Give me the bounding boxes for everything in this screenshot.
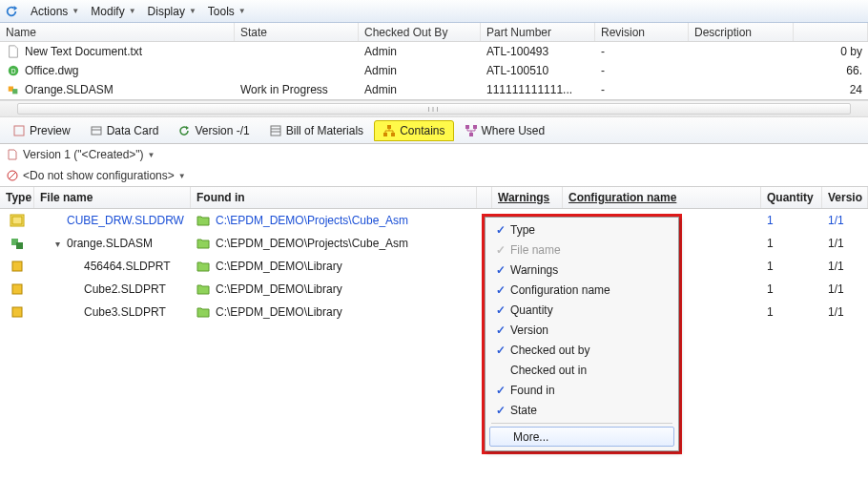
check-icon: ✓ <box>491 384 510 397</box>
context-menu-label: State <box>510 404 537 417</box>
context-menu-item[interactable]: ✓Version <box>487 320 676 340</box>
horizontal-scrollbar[interactable]: ııı <box>0 100 868 117</box>
svg-rect-31 <box>12 284 22 294</box>
quantity-cell: 1 <box>761 255 822 278</box>
context-menu-item[interactable]: ✓Checked out by <box>487 340 676 360</box>
col2-config[interactable]: Configuration name <box>563 187 761 208</box>
col-checked-out[interactable]: Checked Out By <box>359 23 481 41</box>
svg-rect-11 <box>383 133 387 136</box>
text-file-icon <box>6 44 21 59</box>
check-icon: ✓ <box>491 283 510 297</box>
col-description[interactable]: Description <box>689 23 794 41</box>
menu-display[interactable]: Display▼ <box>142 0 202 22</box>
preview-icon <box>12 124 26 137</box>
context-menu-label: Warnings <box>510 263 558 277</box>
col-state[interactable]: State <box>235 23 359 41</box>
tab-bom[interactable]: Bill of Materials <box>260 120 372 141</box>
quantity-cell: 1 <box>761 278 822 301</box>
bom-icon <box>269 124 282 137</box>
context-menu-item[interactable]: ✓Configuration name <box>487 280 676 300</box>
col-name[interactable]: Name <box>0 23 235 41</box>
contains-row[interactable]: ▾0range.SLDASMC:\EPDM_DEMO\Projects\Cube… <box>0 232 868 255</box>
file-grid-header[interactable]: Name State Checked Out By Part Number Re… <box>0 23 868 42</box>
context-menu-label: Checked out in <box>510 364 587 377</box>
context-menu-item[interactable]: ✓Found in <box>487 380 676 400</box>
check-icon: ✓ <box>491 324 510 337</box>
menu-modify[interactable]: Modify▼ <box>85 0 141 22</box>
version-cell: 1/1 <box>822 301 868 324</box>
col2-qty[interactable]: Quantity <box>761 187 822 208</box>
file-type-icon <box>9 258 26 275</box>
card-icon <box>90 124 103 137</box>
doc-icon <box>6 148 19 161</box>
context-menu-item[interactable]: ✓Warnings <box>487 260 676 280</box>
col2-type[interactable]: Type <box>0 187 34 208</box>
svg-rect-19 <box>473 125 477 129</box>
file-type-icon <box>9 281 26 298</box>
menu-actions[interactable]: Actions▼ <box>25 0 85 22</box>
check-icon: ✓ <box>491 303 510 317</box>
file-row[interactable]: Orange.SLDASM Work in Progress Admin 111… <box>0 80 868 99</box>
tree-toggle-icon[interactable]: ▾ <box>55 239 65 249</box>
refresh-icon[interactable] <box>4 4 19 19</box>
svg-rect-29 <box>16 242 23 249</box>
folder-icon <box>196 306 210 318</box>
col2-file[interactable]: File name <box>34 187 191 208</box>
tab-contains[interactable]: Contains <box>374 120 453 141</box>
quantity-cell: 1 <box>761 301 822 324</box>
svg-rect-3 <box>12 89 17 94</box>
file-name-cell: Cube2.SLDPRT <box>84 282 166 296</box>
file-name: Office.dwg <box>25 64 78 77</box>
app-window: Actions▼ Modify▼ Display▼ Tools▼ Name St… <box>0 0 868 501</box>
tab-where-used[interactable]: Where Used <box>456 120 554 141</box>
folder-icon <box>196 261 210 272</box>
config-dropdown[interactable]: <Do not show configurations> ▼ <box>0 165 868 186</box>
check-icon: ✓ <box>491 263 510 277</box>
version-dropdown[interactable]: Version 1 ("<Created>") ▼ <box>0 144 868 165</box>
menu-tools[interactable]: Tools▼ <box>202 0 252 22</box>
file-type-icon <box>9 235 26 252</box>
context-menu-item[interactable]: ✓Quantity <box>487 300 676 320</box>
context-menu-item[interactable]: ✓Type <box>487 219 676 240</box>
col-revision[interactable]: Revision <box>595 23 689 41</box>
found-in-path: C:\EPDM_DEMO\Projects\Cube_Asm <box>216 237 408 250</box>
tab-preview[interactable]: Preview <box>4 120 79 141</box>
no-config-icon <box>6 169 19 182</box>
folder-icon <box>196 238 210 249</box>
contains-row[interactable]: Cube2.SLDPRTC:\EPDM_DEMO\Library11/1 <box>0 278 868 301</box>
check-icon: ✓ <box>491 344 510 357</box>
detail-tabstrip: Preview Data Card Version -/1 Bill of Ma… <box>0 117 868 144</box>
quantity-cell: 1 <box>761 232 822 255</box>
col2-warnings[interactable]: Warnings <box>492 187 563 208</box>
check-icon: ✓ <box>491 223 510 237</box>
tab-version[interactable]: Version -/1 <box>169 120 258 141</box>
context-menu-label: Checked out by <box>510 344 589 357</box>
col-part-number[interactable]: Part Number <box>481 23 595 41</box>
file-row[interactable]: D Office.dwg Admin ATL-100510 - 66. <box>0 61 868 80</box>
context-menu-label: Type <box>510 223 535 237</box>
file-name-cell: Cube3.SLDPRT <box>84 305 166 319</box>
contains-row[interactable]: CUBE_DRW.SLDDRWC:\EPDM_DEMO\Projects\Cub… <box>0 209 868 232</box>
assembly-file-icon <box>6 82 21 97</box>
contains-row[interactable]: Cube3.SLDPRTC:\EPDM_DEMO\Library11/1 <box>0 301 868 324</box>
contains-grid-header[interactable]: Type File name Found in Warnings Configu… <box>0 186 868 209</box>
file-row[interactable]: New Text Document.txt Admin ATL-100493 -… <box>0 42 868 61</box>
menu-separator <box>491 423 672 424</box>
version-cell: 1/1 <box>822 255 868 278</box>
svg-rect-30 <box>12 261 22 271</box>
context-menu-item[interactable]: Checked out in <box>487 360 676 380</box>
context-menu-more[interactable]: More... <box>489 427 674 447</box>
file-name: New Text Document.txt <box>25 45 142 58</box>
file-name-cell: 0range.SLDASM <box>67 237 153 250</box>
context-menu-label: Version <box>510 324 548 337</box>
contains-row[interactable]: 456464.SLDPRTC:\EPDM_DEMO\Library11/1 <box>0 255 868 278</box>
context-menu-item[interactable]: ✓State <box>487 400 676 420</box>
col2-found[interactable]: Found in <box>191 187 477 208</box>
menu-bar: Actions▼ Modify▼ Display▼ Tools▼ <box>0 0 868 23</box>
found-in-path: C:\EPDM_DEMO\Library <box>216 260 342 273</box>
tab-data-card[interactable]: Data Card <box>81 120 168 141</box>
svg-text:D: D <box>10 68 15 74</box>
col2-version[interactable]: Versio <box>822 187 868 208</box>
svg-rect-5 <box>92 127 101 135</box>
folder-icon <box>196 283 210 295</box>
